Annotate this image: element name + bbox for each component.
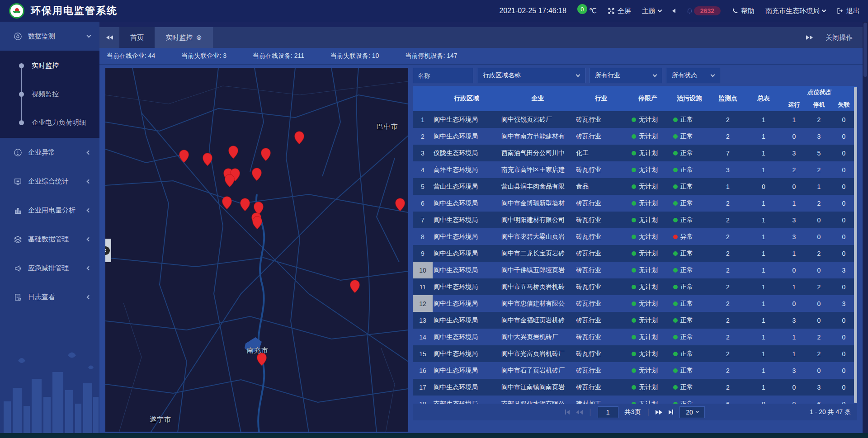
table-row[interactable]: 10 阆中生态环境局 阆中千佛镇五郎垭页岩 砖瓦行业 无计划 正常 2 1 0 … — [413, 262, 857, 278]
table-row[interactable]: 11 阆中生态环境局 阆中市五马桥页岩机砖 砖瓦行业 无计划 正常 2 1 1 … — [413, 278, 857, 295]
sidebar-item-0[interactable]: 数据监测 — [0, 22, 99, 51]
sidebar-item-6[interactable]: 日志查看 — [0, 283, 99, 311]
map-pin-icon[interactable] — [294, 131, 304, 144]
cell-total-meters: 1 — [745, 233, 782, 240]
table-row[interactable]: 2 阆中生态环境局 阆中市南方节能建材有 砖瓦行业 无计划 正常 2 1 0 3… — [413, 128, 857, 145]
sidebar-subitem-label: 视频监控 — [32, 90, 59, 99]
map-pin-icon[interactable] — [203, 153, 212, 166]
name-filter-input[interactable] — [413, 68, 473, 83]
status-filter-select[interactable]: 所有状态 — [666, 68, 720, 83]
sidebar-subitem-1[interactable]: 视频监控 — [0, 80, 99, 108]
map-pin-icon[interactable] — [350, 280, 360, 293]
cell-production-status: 无计划 — [627, 283, 669, 291]
tab-1[interactable]: 实时监控 ⊗ — [155, 27, 213, 48]
next-page-button[interactable] — [656, 410, 662, 414]
prev-page-button[interactable] — [576, 410, 583, 414]
cell-industry: 建材加工 — [575, 400, 627, 404]
first-page-button[interactable] — [565, 410, 570, 414]
cell-stopped: 2 — [807, 283, 831, 291]
table-row[interactable]: 1 阆中生态环境局 阆中强锐页岩砖厂 砖瓦行业 无计划 正常 2 1 1 2 0 — [413, 111, 857, 128]
notification-area[interactable]: 2632 — [686, 6, 721, 15]
tab-close-icon[interactable]: ⊗ — [196, 33, 202, 42]
cell-monitor-points: 2 — [710, 267, 745, 274]
cell-company: 营山县润丰肉食品有限 — [500, 183, 575, 191]
logout-button[interactable]: 退出 — [836, 7, 860, 15]
table-row[interactable]: 5 营山生态环境局 营山县润丰肉食品有限 食品 无计划 正常 1 0 0 1 0 — [413, 178, 857, 195]
cell-running: 1 — [782, 200, 807, 207]
table-row[interactable]: 14 阆中生态环境局 阆中大兴页岩机砖厂 砖瓦行业 无计划 正常 2 1 1 2… — [413, 329, 857, 345]
sidebar-subitem-0[interactable]: 实时监控 — [0, 52, 99, 80]
map-pin-icon[interactable] — [252, 216, 262, 229]
sidebar-item-3[interactable]: 企业用电量分析 — [0, 196, 99, 225]
region-filter-select[interactable]: 行政区域名称 — [477, 68, 585, 83]
total-pages-label: 共3页 — [625, 408, 641, 416]
map-panel[interactable]: 巴中市南充市遂宁市 — [105, 68, 408, 432]
sidebar-item-4[interactable]: 基础数据管理 — [0, 225, 99, 254]
row-index: 18 — [413, 396, 433, 404]
table-row[interactable]: 16 阆中生态环境局 阆中市石子页岩机砖厂 砖瓦行业 无计划 正常 2 1 3 … — [413, 362, 857, 379]
fullscreen-icon — [608, 7, 615, 14]
cell-production-status: 无计划 — [627, 132, 669, 141]
table-row[interactable]: 3 仪陇生态环境局 西南油气田分公司川中 化工 无计划 正常 7 1 3 5 0 — [413, 145, 857, 161]
help-button[interactable]: 帮助 — [731, 7, 755, 15]
cell-industry: 砖瓦行业 — [575, 383, 627, 391]
page-number-input[interactable]: 1 — [598, 406, 618, 418]
cell-industry: 砖瓦行业 — [575, 316, 627, 325]
table-row[interactable]: 9 阆中生态环境局 阆中市二龙长宝页岩砖 砖瓦行业 无计划 正常 2 1 1 2… — [413, 245, 857, 262]
page-size-select[interactable]: 20 — [679, 406, 705, 418]
cell-stopped: 1 — [807, 183, 831, 190]
table-row[interactable]: 13 阆中生态环境局 阆中市金福旺页岩机砖 砖瓦行业 无计划 正常 2 1 3 … — [413, 312, 857, 329]
map-pin-icon[interactable] — [240, 198, 250, 211]
tab-0[interactable]: 首页 — [119, 27, 155, 48]
status-dot-icon — [632, 218, 636, 222]
tabs-scroll-right-button[interactable] — [806, 35, 813, 40]
phone-icon — [731, 8, 738, 14]
map-collapse-button[interactable] — [105, 239, 111, 262]
theme-dropdown[interactable]: 主题 — [642, 7, 661, 15]
cell-stopped: 2 — [807, 350, 831, 358]
table-row[interactable]: 18 南部生态环境局 南部县双化水泥有限公 建材加工 无计划 正常 6 0 0 … — [413, 396, 857, 404]
map-pin-icon[interactable] — [252, 168, 262, 181]
table-scrollbar-thumb[interactable] — [854, 87, 857, 403]
table-row[interactable]: 17 阆中生态环境局 阆中市江南镇阆南页岩 砖瓦行业 无计划 正常 2 1 0 … — [413, 379, 857, 396]
table-row[interactable]: 7 阆中生态环境局 阆中明阳建材有限公司 砖瓦行业 无计划 正常 2 1 3 0… — [413, 212, 857, 228]
tabs-scroll-left-button[interactable] — [99, 27, 119, 48]
industry-filter-select[interactable]: 所有行业 — [589, 68, 662, 83]
page-scrollbar[interactable] — [863, 22, 868, 433]
chevron-left-icon — [87, 179, 91, 184]
cell-monitor-points: 2 — [710, 250, 745, 257]
map-pin-icon[interactable] — [257, 353, 266, 366]
status-dot-icon — [632, 318, 636, 323]
cell-total-meters: 0 — [745, 400, 782, 404]
sidebar-subitem-2[interactable]: 企业电力负荷明细 — [0, 108, 99, 137]
close-operations-button[interactable]: 关闭操作 — [826, 33, 853, 42]
cell-industry: 砖瓦行业 — [575, 132, 627, 141]
cell-total-meters: 1 — [745, 283, 782, 291]
table-row[interactable]: 6 阆中生态环境局 阆中市金博瑞新型墙材 砖瓦行业 无计划 正常 2 1 1 2… — [413, 195, 857, 212]
table-row[interactable]: 12 阆中生态环境局 阆中市忠信建材有限公 砖瓦行业 无计划 正常 2 1 0 … — [413, 295, 857, 312]
map-pin-icon[interactable] — [179, 150, 189, 163]
table-row[interactable]: 8 阆中生态环境局 阆中市枣碧大梁山页岩 砖瓦行业 无计划 异常 2 1 3 0… — [413, 228, 857, 245]
temperature-unit: ℃ — [589, 7, 597, 15]
map-pin-icon[interactable] — [395, 198, 405, 211]
cell-company: 阆中市枣碧大梁山页岩 — [500, 233, 575, 241]
map-pin-icon[interactable] — [222, 196, 231, 209]
cell-stopped: 0 — [807, 317, 831, 324]
layers-icon — [14, 235, 22, 244]
fullscreen-button[interactable]: 全屏 — [608, 7, 631, 15]
cell-disconnected: 0 — [831, 233, 856, 240]
table-row[interactable]: 15 阆中生态环境局 阆中市光富页岩机砖厂 砖瓦行业 无计划 正常 2 1 1 … — [413, 345, 857, 362]
map-pin-icon[interactable] — [261, 148, 271, 161]
map-pin-icon[interactable] — [228, 146, 238, 159]
org-dropdown[interactable]: 南充市生态环境局 — [765, 7, 826, 15]
last-page-button[interactable] — [669, 410, 673, 414]
row-index: 13 — [413, 312, 433, 329]
sidebar-item-5[interactable]: 应急减排管理 — [0, 254, 99, 283]
map-pin-icon[interactable] — [225, 174, 234, 187]
marquee-toggle-icon[interactable] — [672, 9, 675, 13]
cell-total-meters: 1 — [745, 384, 782, 391]
table-row[interactable]: 4 高坪生态环境局 南充市高坪区王家店建 砖瓦行业 无计划 正常 3 1 2 2… — [413, 161, 857, 178]
sidebar-item-1[interactable]: 企业异常 — [0, 138, 99, 167]
sidebar-item-2[interactable]: 企业综合统计 — [0, 167, 99, 196]
chevron-down-icon — [711, 73, 715, 77]
